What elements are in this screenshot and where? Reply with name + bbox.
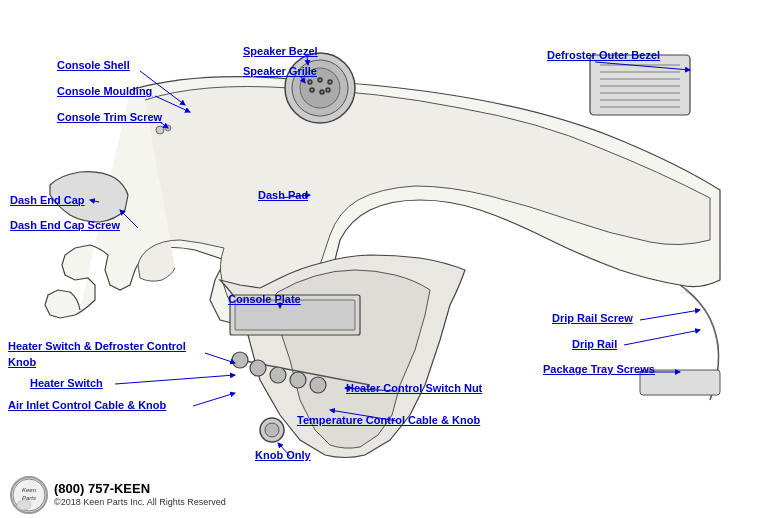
label-package-tray-screws[interactable]: Package Tray Screws bbox=[543, 362, 655, 376]
label-dash-end-cap[interactable]: Dash End Cap bbox=[10, 193, 85, 207]
label-console-moulding[interactable]: Console Moulding bbox=[57, 84, 152, 98]
label-speaker-bezel[interactable]: Speaker Bezel bbox=[243, 44, 318, 58]
svg-point-23 bbox=[270, 367, 286, 383]
svg-point-8 bbox=[320, 90, 324, 94]
footer: Keen Parts (800) 757-KEEN ©2018 Keen Par… bbox=[10, 476, 226, 514]
svg-point-4 bbox=[308, 80, 312, 84]
phone-number: (800) 757-KEEN bbox=[54, 481, 226, 496]
label-dash-end-cap-screw[interactable]: Dash End Cap Screw bbox=[10, 218, 120, 232]
label-drip-rail-screw[interactable]: Drip Rail Screw bbox=[552, 311, 633, 325]
label-console-trim-screw[interactable]: Console Trim Screw bbox=[57, 110, 162, 124]
label-dash-pad[interactable]: Dash Pad bbox=[258, 188, 308, 202]
svg-point-30 bbox=[165, 125, 171, 131]
svg-point-21 bbox=[232, 352, 248, 368]
label-air-inlet-control[interactable]: Air Inlet Control Cable & Knob bbox=[8, 398, 166, 412]
label-speaker-grille[interactable]: Speaker Grille bbox=[243, 64, 317, 78]
svg-point-9 bbox=[326, 88, 330, 92]
label-drip-rail[interactable]: Drip Rail bbox=[572, 337, 617, 351]
svg-point-24 bbox=[290, 372, 306, 388]
label-knob-only[interactable]: Knob Only bbox=[255, 448, 311, 462]
label-heater-switch-defroster-knob[interactable]: Knob bbox=[8, 355, 36, 369]
label-console-shell[interactable]: Console Shell bbox=[57, 58, 130, 72]
label-defroster-outer-bezel[interactable]: Defroster Outer Bezel bbox=[547, 48, 660, 62]
svg-point-6 bbox=[328, 80, 332, 84]
svg-point-29 bbox=[156, 126, 164, 134]
label-heater-switch[interactable]: Heater Switch bbox=[30, 376, 103, 390]
svg-rect-10 bbox=[590, 55, 690, 115]
label-heater-switch-defroster[interactable]: Heater Switch & Defroster Control bbox=[8, 340, 186, 353]
label-console-plate[interactable]: Console Plate bbox=[228, 292, 301, 306]
keen-parts-logo: Keen Parts bbox=[10, 476, 48, 514]
svg-point-25 bbox=[310, 377, 326, 393]
svg-point-22 bbox=[250, 360, 266, 376]
copyright-text: ©2018 Keen Parts Inc. All Rights Reserve… bbox=[54, 496, 226, 509]
svg-point-5 bbox=[318, 78, 322, 82]
svg-point-27 bbox=[265, 423, 279, 437]
svg-text:Keen: Keen bbox=[22, 487, 37, 493]
svg-point-54 bbox=[17, 500, 31, 510]
logo-area: Keen Parts (800) 757-KEEN ©2018 Keen Par… bbox=[10, 476, 226, 514]
footer-text-block: (800) 757-KEEN ©2018 Keen Parts Inc. All… bbox=[54, 481, 226, 509]
svg-point-7 bbox=[310, 88, 314, 92]
label-temperature-control-cable[interactable]: Temperature Control Cable & Knob bbox=[297, 413, 480, 427]
diagram-container: Console Shell Console Moulding Console T… bbox=[0, 0, 770, 518]
label-heater-control-switch-nut[interactable]: Heater Control Switch Nut bbox=[346, 381, 482, 395]
